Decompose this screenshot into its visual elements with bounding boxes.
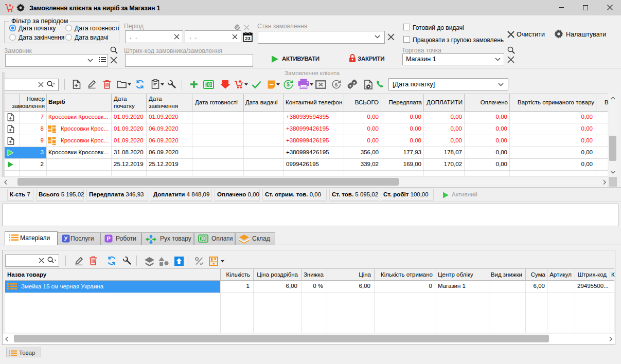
svg-text:У: У xyxy=(64,235,68,242)
svg-text:Р: Р xyxy=(107,235,111,242)
svg-text:$: $ xyxy=(335,82,338,87)
svg-text:$: $ xyxy=(287,81,290,87)
svg-text:23: 23 xyxy=(245,35,251,41)
